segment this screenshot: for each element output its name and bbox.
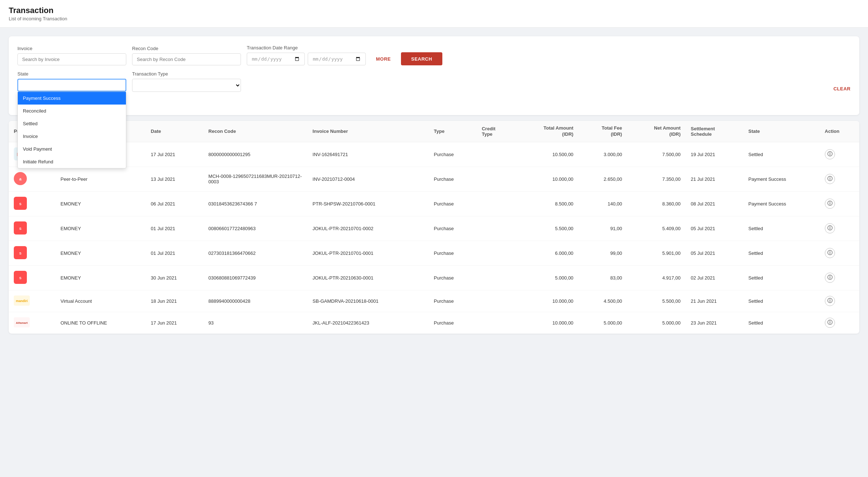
state-input-wrapper: Payment Success Reconciled Settled Invoi…: [17, 79, 126, 91]
cell-action: ⓘ: [820, 167, 859, 191]
provider-logo: mandiri: [14, 295, 30, 307]
cell-net-amount: 5.000,00: [627, 312, 685, 334]
invoice-label: Invoice: [17, 46, 126, 51]
cell-state: Settled: [743, 241, 820, 265]
cell-credit-type: Virtual Account: [56, 290, 146, 312]
cell-credit-type: EMONEY: [56, 191, 146, 216]
cell-invoice-number: INV-1626491721: [307, 142, 429, 167]
cell-date: 06 Jul 2021: [146, 191, 204, 216]
cell-date: 30 Jun 2021: [146, 265, 204, 290]
table-row: S EMONEY 30 Jun 2021 030680881069772439 …: [9, 265, 859, 290]
cell-credit-type: ONLINE TO OFFLINE: [56, 312, 146, 334]
cell-state: Settled: [743, 290, 820, 312]
cell-provider: S: [9, 265, 56, 290]
cell-total-fee: 5.000,00: [578, 312, 627, 334]
cell-action: ⓘ: [820, 241, 859, 265]
recon-filter-group: Recon Code: [132, 46, 241, 65]
recon-input[interactable]: [132, 53, 241, 65]
info-button[interactable]: ⓘ: [825, 223, 835, 233]
cell-net-amount: 5.901,00: [627, 241, 685, 265]
cell-settlement-schedule: 21 Jul 2021: [686, 167, 744, 191]
cell-type: Purchase: [429, 167, 477, 191]
cell-provider: S: [9, 241, 56, 265]
cell-credit-type2: [477, 142, 515, 167]
cell-action: ⓘ: [820, 265, 859, 290]
info-button[interactable]: ⓘ: [825, 248, 835, 258]
info-button[interactable]: ⓘ: [825, 318, 835, 328]
more-button[interactable]: MORE: [372, 52, 395, 65]
date-to-input[interactable]: [308, 53, 366, 65]
svg-text:a: a: [19, 177, 22, 181]
cell-provider: a: [9, 167, 56, 191]
cell-type: Purchase: [429, 290, 477, 312]
cell-net-amount: 7.500,00: [627, 142, 685, 167]
state-option-settled[interactable]: Settled: [18, 117, 126, 130]
cell-date: 17 Jun 2021: [146, 312, 204, 334]
state-input[interactable]: [17, 79, 126, 91]
state-option-initiate-refund[interactable]: Initiate Refund: [18, 155, 126, 168]
search-button[interactable]: SEARCH: [401, 52, 442, 65]
info-button[interactable]: ⓘ: [825, 149, 835, 159]
date-range-group: Transaction Date Range: [247, 45, 366, 65]
info-button[interactable]: ⓘ: [825, 174, 835, 184]
cell-settlement-schedule: 19 Jul 2021: [686, 142, 744, 167]
col-type: Type: [429, 121, 477, 142]
cell-total-amount: 5.500,00: [515, 216, 578, 241]
cell-state: Payment Success: [743, 167, 820, 191]
transaction-type-select[interactable]: [132, 79, 241, 92]
state-option-invoice[interactable]: Invoice: [18, 130, 126, 143]
provider-logo: Alfamart: [14, 317, 30, 329]
cell-credit-type2: [477, 191, 515, 216]
cell-state: Settled: [743, 265, 820, 290]
info-button[interactable]: ⓘ: [825, 199, 835, 209]
filter-card: Invoice Recon Code Transaction Date Rang…: [9, 36, 859, 115]
col-invoice-number: Invoice Number: [307, 121, 429, 142]
cell-settlement-schedule: 05 Jul 2021: [686, 216, 744, 241]
cell-provider: S: [9, 191, 56, 216]
cell-total-fee: 3.000,00: [578, 142, 627, 167]
state-dropdown: Payment Success Reconciled Settled Invoi…: [17, 91, 126, 168]
cell-recon-code: 008066017722480963: [203, 216, 307, 241]
state-option-payment-success[interactable]: Payment Success: [18, 92, 126, 105]
transaction-type-label: Transaction Type: [132, 71, 241, 77]
date-range-label: Transaction Date Range: [247, 45, 366, 50]
clear-button[interactable]: CLEAR: [834, 82, 851, 96]
cell-credit-type2: [477, 241, 515, 265]
cell-state: Payment Success: [743, 191, 820, 216]
cell-recon-code: MCH-0008-1296507211683MUR-20210712-0003: [203, 167, 307, 191]
cell-invoice-number: JKL-ALF-20210422361423: [307, 312, 429, 334]
cell-credit-type: EMONEY: [56, 265, 146, 290]
cell-total-fee: 91,00: [578, 216, 627, 241]
date-from-input[interactable]: [247, 53, 305, 65]
cell-type: Purchase: [429, 216, 477, 241]
cell-total-fee: 2.650,00: [578, 167, 627, 191]
info-button[interactable]: ⓘ: [825, 296, 835, 306]
cell-total-fee: 140,00: [578, 191, 627, 216]
cell-type: Purchase: [429, 191, 477, 216]
cell-total-amount: 10.500,00: [515, 142, 578, 167]
info-button[interactable]: ⓘ: [825, 273, 835, 283]
svg-text:S: S: [19, 202, 21, 206]
data-table-card: Provider Credit Type Date Recon Code Inv…: [9, 121, 859, 334]
provider-logo: S: [14, 246, 27, 260]
invoice-input[interactable]: [17, 53, 126, 65]
cell-date: 01 Jul 2021: [146, 241, 204, 265]
cell-total-amount: 8.500,00: [515, 191, 578, 216]
state-option-reconciled[interactable]: Reconciled: [18, 105, 126, 117]
cell-invoice-number: JOKUL-PTR-20210630-0001: [307, 265, 429, 290]
cell-net-amount: 5.409,00: [627, 216, 685, 241]
col-total-amount: Total Amount(IDR): [515, 121, 578, 142]
state-option-void-payment[interactable]: Void Payment: [18, 143, 126, 155]
table-row: S EMONEY 01 Jul 2021 008066017722480963 …: [9, 216, 859, 241]
cell-settlement-schedule: 02 Jul 2021: [686, 265, 744, 290]
cell-provider: mandiri: [9, 290, 56, 312]
cell-credit-type2: [477, 167, 515, 191]
cell-settlement-schedule: 08 Jul 2021: [686, 191, 744, 216]
cell-recon-code: 03018453623674366 7: [203, 191, 307, 216]
table-row: mandiri Virtual Account 18 Jun 2021 8889…: [9, 290, 859, 312]
table-row: a Peer-to-Peer 13 Jul 2021 MCH-0008-1296…: [9, 167, 859, 191]
cell-credit-type2: [477, 290, 515, 312]
col-net-amount: Net Amount(IDR): [627, 121, 685, 142]
cell-invoice-number: INV-20210712-0004: [307, 167, 429, 191]
cell-net-amount: 8.360,00: [627, 191, 685, 216]
